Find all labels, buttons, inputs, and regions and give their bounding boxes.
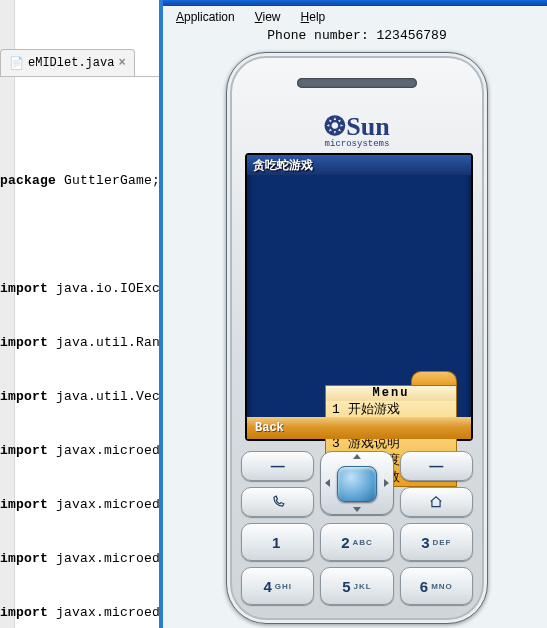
keyword: import — [0, 389, 48, 404]
keyword: import — [0, 443, 48, 458]
house-icon — [429, 495, 443, 509]
phone-handset-icon — [271, 495, 285, 509]
editor-tab-bar: 📄 eMIDlet.java × — [0, 50, 135, 76]
app-title: 贪吃蛇游戏 — [247, 155, 471, 175]
keyword: import — [0, 605, 48, 620]
keypad-5[interactable]: 5JKL — [320, 567, 393, 605]
dpad[interactable] — [320, 451, 393, 515]
menu-folder-tab — [411, 371, 457, 386]
phone-number-display: Phone number: 123456789 — [163, 28, 547, 46]
menu-view[interactable]: View — [246, 6, 290, 28]
keypad-6[interactable]: 6MNO — [400, 567, 473, 605]
dpad-select-button[interactable] — [337, 466, 377, 502]
soft-left-button[interactable]: — — [241, 451, 314, 481]
phone-number-label: Phone number: — [267, 28, 376, 43]
softkey-left[interactable]: Back — [255, 421, 284, 435]
dpad-up-icon — [353, 454, 361, 459]
phone-device: ❂Sun microsystems 贪吃蛇游戏 Menu 1 开始游戏2 退出游… — [226, 52, 488, 624]
soft-right-button[interactable]: — — [400, 451, 473, 481]
keyword: package — [0, 173, 56, 188]
home-button[interactable] — [400, 487, 473, 517]
dpad-down-icon — [353, 507, 361, 512]
menu-application[interactable]: Application — [167, 6, 244, 28]
menu-help[interactable]: Help — [292, 6, 335, 28]
dpad-right-icon — [384, 479, 389, 487]
menu-item[interactable]: 1 开始游戏 — [326, 401, 456, 418]
keyword: import — [0, 281, 48, 296]
keypad-4[interactable]: 4GHI — [241, 567, 314, 605]
menubar: Application View Help — [163, 6, 547, 28]
phone-screen[interactable]: 贪吃蛇游戏 Menu 1 开始游戏2 退出游戏3 游戏说明4 定义速度5 定义关… — [245, 153, 473, 441]
call-button[interactable] — [241, 487, 314, 517]
close-tab-icon[interactable]: × — [118, 56, 125, 70]
softkey-bar: Back — [247, 417, 471, 439]
file-tab[interactable]: 📄 eMIDlet.java × — [0, 49, 135, 76]
phone-keypad: — — — [241, 451, 473, 605]
keyword: import — [0, 551, 48, 566]
file-tab-label: eMIDlet.java — [28, 56, 114, 70]
keypad-3[interactable]: 3DEF — [400, 523, 473, 561]
earpiece — [297, 78, 417, 88]
sun-logo: ❂Sun — [227, 111, 487, 142]
sun-logo-subtitle: microsystems — [227, 139, 487, 149]
keyword: import — [0, 497, 48, 512]
dpad-left-icon — [325, 479, 330, 487]
java-file-icon: 📄 — [9, 56, 24, 71]
keypad-1[interactable]: 1 — [241, 523, 314, 561]
phone-number-value: 123456789 — [377, 28, 447, 43]
package-name: GuttlerGame; — [56, 173, 160, 188]
wtk-emulator-window: Application View Help Phone number: 1234… — [159, 0, 547, 628]
keyword: import — [0, 335, 48, 350]
keypad-2[interactable]: 2ABC — [320, 523, 393, 561]
